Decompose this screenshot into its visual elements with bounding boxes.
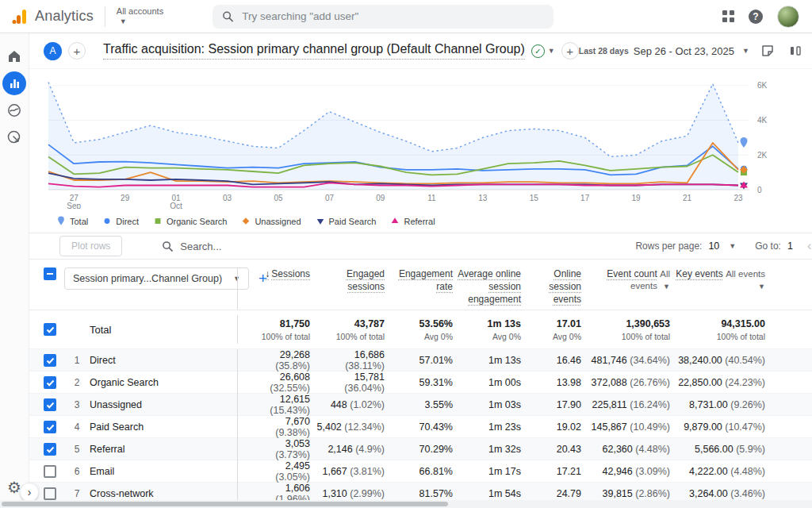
- main-panel: A + Traffic acquisition: Session primary…: [29, 33, 812, 508]
- expand-nav-button[interactable]: ›: [20, 483, 39, 502]
- column-header-average-online-session-engagement[interactable]: Average online session engagement: [458, 267, 526, 306]
- report-title-bar: A + Traffic acquisition: Session primary…: [29, 33, 812, 68]
- app-title: Analytics: [35, 8, 94, 25]
- goto-value[interactable]: 1: [787, 241, 793, 252]
- header-divider: [105, 6, 105, 27]
- page-title[interactable]: Traffic acquisition: Session primary cha…: [103, 42, 525, 60]
- table-search-icon: [162, 241, 174, 252]
- dimension-selector[interactable]: Session primary...Channel Group)▼: [64, 267, 249, 290]
- row-checkbox[interactable]: [44, 421, 56, 433]
- sidebar-item-advertising[interactable]: [0, 124, 29, 151]
- account-badge[interactable]: A: [44, 42, 62, 60]
- row-checkbox[interactable]: [44, 323, 56, 336]
- svg-text:09: 09: [376, 194, 385, 202]
- column-header-key-events[interactable]: Key events All events ▼: [675, 267, 770, 291]
- plot-rows-button[interactable]: Plot rows: [59, 236, 122, 256]
- row-checkbox[interactable]: [44, 443, 56, 456]
- row-checkbox[interactable]: [44, 354, 56, 367]
- row-checkbox[interactable]: [44, 398, 56, 411]
- legend-marker-icon: [153, 216, 163, 226]
- rows-per-page-value[interactable]: 10: [708, 241, 719, 252]
- table-row[interactable]: 6 Email2,495 (3.05%)1,667 (3.81%)66.81%1…: [29, 460, 812, 482]
- svg-text:6K: 6K: [757, 81, 768, 90]
- date-chevron-icon: ▼: [742, 47, 749, 55]
- svg-text:15: 15: [530, 194, 539, 202]
- svg-text:23: 23: [733, 194, 743, 202]
- header-actions: ?: [722, 6, 812, 28]
- date-range-value: Sep 26 - Oct 23, 2025: [634, 45, 734, 57]
- filter-chevron-icon: ▼: [758, 283, 765, 291]
- table-row[interactable]: 2 Organic Search26,608 (32.55%)15,781 (3…: [29, 371, 812, 393]
- channel-name: Email: [90, 466, 237, 477]
- add-report-button[interactable]: +: [561, 42, 579, 60]
- global-search[interactable]: [213, 5, 553, 29]
- legend-marker-icon: [316, 216, 325, 226]
- row-checkbox[interactable]: [44, 465, 56, 478]
- column-header-sessions[interactable]: ↓Sessions: [237, 267, 315, 310]
- column-header-engaged-sessions[interactable]: Engaged sessions: [315, 267, 389, 293]
- sidebar-item-explore[interactable]: [0, 97, 29, 124]
- svg-text:07: 07: [325, 194, 335, 202]
- svg-text:13: 13: [478, 194, 488, 202]
- svg-text:4K: 4K: [757, 116, 768, 125]
- apps-grid-icon[interactable]: [722, 10, 734, 22]
- account-switcher-label: All accounts: [117, 7, 163, 16]
- sidebar-item-home[interactable]: [0, 43, 29, 70]
- table-row[interactable]: 5 Referral3,053 (3.73%)2,146 (4.9%)70.29…: [29, 437, 812, 460]
- row-checkbox[interactable]: [44, 267, 56, 280]
- svg-text:05: 05: [274, 194, 283, 202]
- prev-page-icon[interactable]: ‹: [807, 239, 811, 253]
- column-header-engagement-rate[interactable]: Engagement rate: [389, 267, 458, 293]
- table-total-row: Total81,750100% of total43,787100% of to…: [29, 310, 812, 348]
- legend-item-total: Total: [56, 216, 88, 226]
- notes-button[interactable]: [760, 44, 775, 58]
- filter-chevron-icon: ▼: [663, 283, 670, 291]
- channel-name: Direct: [90, 355, 237, 366]
- table-row[interactable]: 1 Direct29,268 (35.8%)16,686 (38.11%)57.…: [29, 348, 812, 371]
- goto-label: Go to:: [755, 241, 781, 252]
- table-row[interactable]: 4 Paid Search7,670 (9.38%)5,402 (12.34%)…: [29, 415, 812, 437]
- svg-text:21: 21: [683, 194, 692, 202]
- row-checkbox[interactable]: [44, 376, 56, 389]
- date-range-picker[interactable]: Last 28 days Sep 26 - Oct 23, 2025 ▼: [579, 45, 749, 57]
- horizontal-scrollbar[interactable]: [0, 500, 812, 508]
- sidebar-item-reports[interactable]: [0, 70, 29, 97]
- date-preset-label: Last 28 days: [579, 46, 629, 56]
- horizontal-scroll-thumb[interactable]: [2, 502, 448, 506]
- traffic-table: Session primary...Channel Group)▼ + ↓Ses…: [29, 260, 812, 504]
- note-icon: [760, 44, 775, 58]
- avatar[interactable]: [777, 6, 799, 28]
- analytics-logo[interactable]: Analytics: [0, 8, 94, 25]
- table-search-placeholder: Search...: [180, 241, 221, 252]
- channel-name: Referral: [90, 444, 237, 455]
- compare-button[interactable]: [788, 44, 802, 58]
- channel-name: Paid Search: [90, 421, 237, 433]
- pagination: Rows per page: 10 ▼ Go to: 1 ‹ 1-10 of 1…: [635, 239, 812, 253]
- global-search-input[interactable]: [242, 10, 544, 22]
- sort-desc-icon: ↓: [265, 268, 270, 279]
- table-toolbar: Plot rows Search... Rows per page: 10 ▼ …: [29, 233, 812, 260]
- legend-marker-icon: [102, 216, 112, 226]
- channel-name: Cross-network: [90, 488, 237, 499]
- column-header-online-session-events[interactable]: Online session events: [526, 267, 586, 306]
- total-label: Total: [90, 324, 237, 336]
- add-comparison-button[interactable]: +: [68, 42, 86, 60]
- table-row[interactable]: 3 Unassigned12,615 (15.43%)448 (1.02%)3.…: [29, 393, 812, 415]
- help-icon[interactable]: ?: [749, 10, 763, 24]
- legend-item-referral: Referral: [390, 216, 435, 226]
- svg-text:Sep: Sep: [67, 202, 81, 209]
- account-switcher[interactable]: All accounts ▼: [117, 7, 163, 26]
- table-search[interactable]: Search...: [162, 241, 221, 252]
- rows-per-page-label: Rows per page:: [635, 241, 702, 252]
- svg-text:19: 19: [632, 194, 642, 202]
- title-menu-chevron-icon[interactable]: ▼: [548, 47, 555, 55]
- rows-per-page-chevron-icon[interactable]: ▼: [729, 242, 736, 250]
- metric-filter[interactable]: All events ▼: [726, 269, 765, 291]
- row-checkbox[interactable]: [44, 487, 56, 500]
- legend-item-unassigned: Unassigned: [241, 216, 301, 226]
- top-header: Analytics All accounts ▼ ?: [0, 0, 812, 33]
- column-header-event-count[interactable]: Event count All events ▼: [586, 267, 675, 291]
- svg-text:11: 11: [427, 194, 436, 202]
- legend-item-paid-search: Paid Search: [316, 216, 377, 226]
- analytics-logo-icon: [11, 8, 29, 25]
